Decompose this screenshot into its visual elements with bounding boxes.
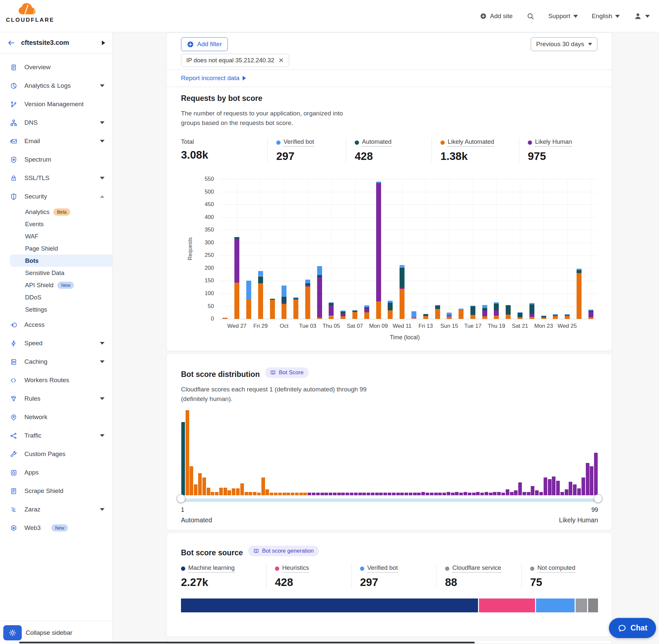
- sidebar-item-scrape-shield[interactable]: Scrape Shield: [0, 482, 112, 500]
- histogram-bin[interactable]: [203, 478, 206, 495]
- bar-likely-automated[interactable]: [329, 316, 334, 319]
- bar-verified-bot[interactable]: [518, 312, 522, 313]
- bar-likely-automated[interactable]: [565, 316, 570, 319]
- bar-verified-bot[interactable]: [506, 305, 511, 306]
- histogram-bin[interactable]: [316, 493, 320, 495]
- histogram-bin[interactable]: [506, 489, 509, 495]
- source-segment-heuristics[interactable]: [479, 598, 535, 612]
- bar-automated[interactable]: [400, 268, 404, 288]
- bar-verified-bot[interactable]: [282, 285, 286, 297]
- bar-likely-automated[interactable]: [494, 316, 499, 319]
- histogram-bin[interactable]: [362, 493, 366, 495]
- sidebar-item-access[interactable]: Access: [0, 316, 112, 334]
- settings-gear-button[interactable]: [3, 625, 22, 640]
- histogram-bin[interactable]: [207, 488, 210, 495]
- bar-likely-human[interactable]: [282, 303, 286, 304]
- bar-likely-automated[interactable]: [270, 300, 275, 319]
- histogram-bin[interactable]: [586, 463, 589, 495]
- bar-likely-automated[interactable]: [364, 312, 369, 319]
- language-menu[interactable]: English: [592, 13, 620, 20]
- bar-verified-bot[interactable]: [458, 309, 464, 309]
- histogram-bin[interactable]: [531, 486, 534, 495]
- histogram-bin[interactable]: [464, 492, 467, 495]
- histogram-bin[interactable]: [451, 493, 455, 495]
- histogram-bin[interactable]: [497, 492, 501, 495]
- bar-automated[interactable]: [423, 314, 428, 316]
- bar-likely-automated[interactable]: [482, 316, 487, 319]
- histogram-bin[interactable]: [459, 493, 463, 495]
- histogram-bin[interactable]: [181, 422, 185, 495]
- histogram-bin[interactable]: [375, 493, 379, 495]
- bar-automated[interactable]: [270, 299, 275, 300]
- stat-label[interactable]: Cloudflare service: [452, 564, 501, 573]
- sidebar-item-web3[interactable]: Web3New: [0, 519, 112, 537]
- sidebar-item-dns[interactable]: DNS: [0, 113, 112, 132]
- stat-label[interactable]: Machine learning: [188, 564, 235, 573]
- bar-automated[interactable]: [258, 276, 263, 283]
- source-segment-cloudflare-service[interactable]: [575, 598, 587, 612]
- histogram-bin[interactable]: [308, 493, 311, 495]
- histogram-bin[interactable]: [283, 493, 286, 495]
- bar-automated[interactable]: [305, 283, 310, 285]
- histogram-bin[interactable]: [493, 492, 496, 495]
- bar-verified-bot[interactable]: [470, 306, 475, 306]
- sidebar-item-security[interactable]: Security: [0, 187, 112, 206]
- collapse-sidebar-label[interactable]: Collapse sidebar: [26, 629, 72, 637]
- score-slider-handle-min[interactable]: [177, 494, 185, 503]
- bar-likely-automated[interactable]: [435, 309, 440, 319]
- histogram-bin[interactable]: [312, 493, 315, 495]
- histogram-bin[interactable]: [518, 482, 522, 495]
- histogram-bin[interactable]: [565, 489, 568, 495]
- histogram-bin[interactable]: [573, 484, 576, 496]
- histogram-bin[interactable]: [522, 492, 526, 495]
- bar-likely-automated[interactable]: [576, 273, 582, 319]
- bar-automated[interactable]: [576, 270, 582, 273]
- histogram-bin[interactable]: [324, 493, 328, 495]
- bar-likely-human[interactable]: [317, 277, 322, 318]
- histogram-bin[interactable]: [244, 492, 248, 495]
- histogram-bin[interactable]: [472, 493, 476, 495]
- histogram-bin[interactable]: [295, 493, 299, 495]
- add-filter-button[interactable]: Add filter: [181, 37, 228, 51]
- bar-likely-automated[interactable]: [447, 317, 452, 319]
- histogram-bin[interactable]: [417, 493, 421, 495]
- bot-score-badge[interactable]: Bot Score: [265, 367, 309, 378]
- sidebar-item-traffic[interactable]: Traffic: [0, 427, 112, 445]
- histogram-bin[interactable]: [186, 410, 189, 495]
- histogram-bin[interactable]: [211, 492, 214, 495]
- histogram-bin[interactable]: [265, 489, 269, 495]
- source-segment-not-computed[interactable]: [588, 598, 598, 612]
- bar-verified-bot[interactable]: [576, 269, 582, 270]
- histogram-bin[interactable]: [539, 492, 543, 495]
- bar-automated[interactable]: [529, 304, 534, 314]
- sidebar-item-security-analytics[interactable]: AnalyticsBeta: [0, 206, 112, 218]
- bar-likely-human[interactable]: [329, 305, 334, 316]
- bar-likely-automated[interactable]: [529, 317, 534, 319]
- histogram-bin[interactable]: [476, 492, 480, 495]
- histogram-bin[interactable]: [582, 478, 585, 495]
- histogram-bin[interactable]: [329, 493, 332, 495]
- histogram-bin[interactable]: [215, 492, 218, 495]
- bar-automated[interactable]: [588, 310, 593, 312]
- bar-likely-automated[interactable]: [376, 301, 381, 319]
- bar-verified-bot[interactable]: [352, 310, 357, 311]
- histogram-bin[interactable]: [404, 493, 408, 495]
- remove-filter-icon[interactable]: ✕: [278, 57, 284, 64]
- bar-likely-human[interactable]: [529, 314, 534, 317]
- histogram-bin[interactable]: [261, 478, 265, 495]
- histogram-bin[interactable]: [358, 493, 362, 495]
- sidebar-item-analytics-logs[interactable]: Analytics & Logs: [0, 76, 112, 95]
- bar-verified-bot[interactable]: [411, 311, 416, 318]
- bar-likely-human[interactable]: [340, 313, 346, 316]
- histogram-bin[interactable]: [535, 490, 539, 496]
- stat-label[interactable]: Heuristics: [282, 564, 309, 573]
- bar-automated[interactable]: [482, 308, 487, 311]
- stat-label[interactable]: Verified bot: [283, 138, 314, 147]
- bar-likely-automated[interactable]: [470, 315, 475, 319]
- histogram-bin[interactable]: [590, 466, 593, 495]
- histogram-bin[interactable]: [455, 492, 458, 495]
- bar-verified-bot[interactable]: [588, 309, 593, 310]
- bar-automated[interactable]: [340, 312, 346, 313]
- bar-likely-human[interactable]: [400, 288, 404, 289]
- stat-label[interactable]: Likely Human: [535, 138, 572, 147]
